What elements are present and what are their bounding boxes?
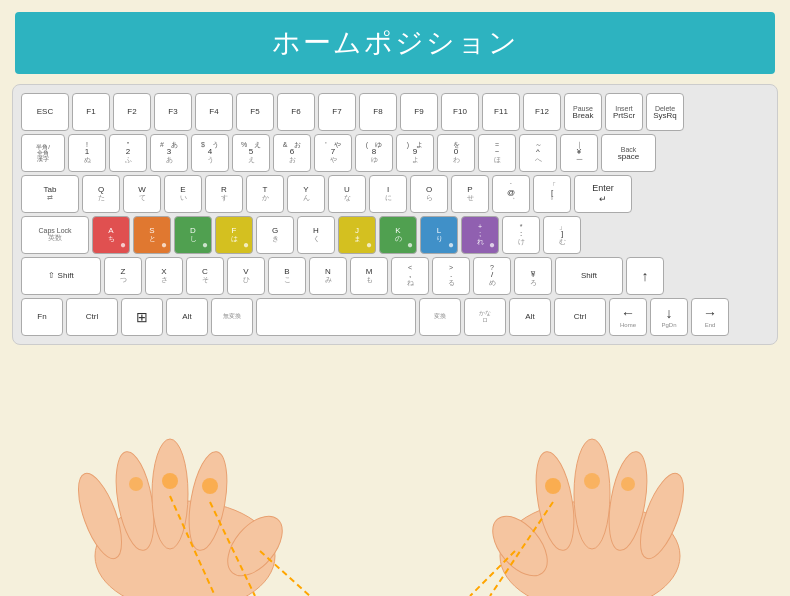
svg-point-3 (152, 439, 188, 549)
key-shift-left[interactable]: ⇧ Shift (21, 257, 101, 295)
key-c[interactable]: Cそ (186, 257, 224, 295)
key-i[interactable]: Iに (369, 175, 407, 213)
tab-row: Tab ⇄ Qた Wて Eい Rす Tか Yん Uな Iに Oら Pせ `@゛ … (21, 175, 769, 213)
key-enter[interactable]: Enter↵ (574, 175, 632, 213)
key-bracket-r[interactable]: 」]む (543, 216, 581, 254)
key-f11[interactable]: F11 (482, 93, 520, 131)
key-k[interactable]: Kの (379, 216, 417, 254)
key-f8[interactable]: F8 (359, 93, 397, 131)
key-yen[interactable]: ｜¥ー (560, 134, 598, 172)
key-pgup[interactable]: ↑ (626, 257, 664, 295)
svg-line-7 (170, 496, 215, 596)
key-colon[interactable]: *:け (502, 216, 540, 254)
key-f[interactable]: Fは (215, 216, 253, 254)
svg-point-22 (621, 477, 635, 491)
key-alt-right[interactable]: Alt (509, 298, 551, 336)
key-f10[interactable]: F10 (441, 93, 479, 131)
key-space[interactable] (256, 298, 416, 336)
key-caps-lock[interactable]: Caps Lock 英数 (21, 216, 89, 254)
key-pause[interactable]: PauseBreak (564, 93, 602, 131)
key-r[interactable]: Rす (205, 175, 243, 213)
key-f9[interactable]: F9 (400, 93, 438, 131)
key-f3[interactable]: F3 (154, 93, 192, 131)
key-s[interactable]: Sと (133, 216, 171, 254)
key-tab[interactable]: Tab ⇄ (21, 175, 79, 213)
key-end[interactable]: →End (691, 298, 729, 336)
key-insert[interactable]: InsertPrtScr (605, 93, 643, 131)
key-f12[interactable]: F12 (523, 93, 561, 131)
key-u[interactable]: Uな (328, 175, 366, 213)
number-row: 半角/全角漢字 !1ぬ "2ふ # あ3あ $ う4う % え5え & お6お … (21, 134, 769, 172)
key-v[interactable]: Vひ (227, 257, 265, 295)
svg-line-8 (260, 551, 310, 596)
key-f6[interactable]: F6 (277, 93, 315, 131)
svg-line-19 (470, 551, 515, 596)
key-hankaku[interactable]: 半角/全角漢字 (21, 134, 65, 172)
key-katakana[interactable]: かなロ (464, 298, 506, 336)
key-f2[interactable]: F2 (113, 93, 151, 131)
key-1[interactable]: !1ぬ (68, 134, 106, 172)
key-delete[interactable]: DeleteSysRq (646, 93, 684, 131)
right-hand (470, 439, 692, 596)
key-f1[interactable]: F1 (72, 93, 110, 131)
key-alt-left[interactable]: Alt (166, 298, 208, 336)
key-f7[interactable]: F7 (318, 93, 356, 131)
key-j[interactable]: Jま (338, 216, 376, 254)
key-o[interactable]: Oら (410, 175, 448, 213)
key-semicolon[interactable]: +;れ (461, 216, 499, 254)
key-n[interactable]: Nみ (309, 257, 347, 295)
key-f4[interactable]: F4 (195, 93, 233, 131)
key-esc[interactable]: ESC (21, 93, 69, 131)
svg-point-1 (70, 468, 131, 564)
key-slash[interactable]: ?/め (473, 257, 511, 295)
key-henkan[interactable]: 変換 (419, 298, 461, 336)
key-m[interactable]: Mも (350, 257, 388, 295)
key-9[interactable]: ) よ9よ (396, 134, 434, 172)
key-ctrl-left[interactable]: Ctrl (66, 298, 118, 336)
key-b[interactable]: Bこ (268, 257, 306, 295)
key-shift-right[interactable]: Shift (555, 257, 623, 295)
key-fn[interactable]: Fn (21, 298, 63, 336)
key-w[interactable]: Wて (123, 175, 161, 213)
key-bracket-l[interactable]: 「[° (533, 175, 571, 213)
key-z[interactable]: Zつ (104, 257, 142, 295)
key-period[interactable]: >.る (432, 257, 470, 295)
key-e[interactable]: Eい (164, 175, 202, 213)
key-ctrl-right[interactable]: Ctrl (554, 298, 606, 336)
key-muhenkan[interactable]: 無変換 (211, 298, 253, 336)
key-comma[interactable]: <,ね (391, 257, 429, 295)
key-backspace[interactable]: Backspace (601, 134, 656, 172)
svg-point-17 (482, 506, 558, 585)
key-5[interactable]: % え5え (232, 134, 270, 172)
key-a[interactable]: Aち (92, 216, 130, 254)
key-x[interactable]: Xさ (145, 257, 183, 295)
key-minus[interactable]: =－ほ (478, 134, 516, 172)
key-pgdn[interactable]: ↓PgDn (650, 298, 688, 336)
key-at[interactable]: `@゛ (492, 175, 530, 213)
key-t[interactable]: Tか (246, 175, 284, 213)
key-l[interactable]: Lり (420, 216, 458, 254)
key-backslash[interactable]: _￥ろ (514, 257, 552, 295)
key-y[interactable]: Yん (287, 175, 325, 213)
shift-row: ⇧ Shift Zつ Xさ Cそ Vひ Bこ Nみ Mも <,ね >.る ?/め… (21, 257, 769, 295)
key-g[interactable]: Gき (256, 216, 294, 254)
key-4[interactable]: $ う4う (191, 134, 229, 172)
key-caret[interactable]: ～^へ (519, 134, 557, 172)
key-7[interactable]: ' や7や (314, 134, 352, 172)
key-d[interactable]: Dし (174, 216, 212, 254)
key-win[interactable]: ⊞ (121, 298, 163, 336)
key-p[interactable]: Pせ (451, 175, 489, 213)
key-0[interactable]: を0わ (437, 134, 475, 172)
svg-point-0 (95, 501, 275, 596)
keyboard-wrapper: ESC F1 F2 F3 F4 F5 F6 F7 F8 F9 F10 F11 F… (12, 84, 778, 345)
home-row: Caps Lock 英数 Aち Sと Dし Fは Gき Hく Jま Kの Lり … (21, 216, 769, 254)
key-home[interactable]: ←Home (609, 298, 647, 336)
keyboard: ESC F1 F2 F3 F4 F5 F6 F7 F8 F9 F10 F11 F… (21, 93, 769, 336)
key-6[interactable]: & お6お (273, 134, 311, 172)
key-q[interactable]: Qた (82, 175, 120, 213)
key-8[interactable]: ( ゆ8ゆ (355, 134, 393, 172)
key-3[interactable]: # あ3あ (150, 134, 188, 172)
key-h[interactable]: Hく (297, 216, 335, 254)
key-f5[interactable]: F5 (236, 93, 274, 131)
key-2[interactable]: "2ふ (109, 134, 147, 172)
